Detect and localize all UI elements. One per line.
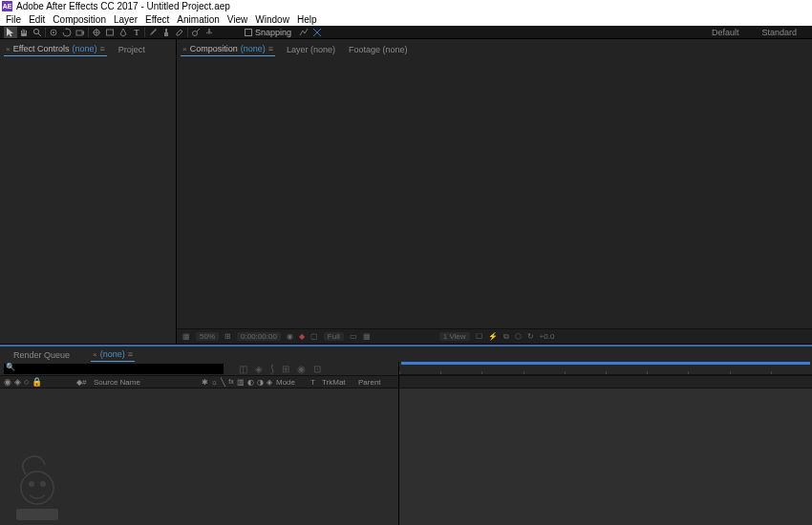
tab-label: Project [118,45,145,54]
hand-tool-icon[interactable] [17,27,31,38]
menu-help[interactable]: Help [297,14,317,25]
snapshot-icon[interactable]: ◉ [287,332,293,341]
close-icon[interactable]: × [93,350,97,359]
shy-switch-icon[interactable]: ✱ [202,378,208,387]
lock-column-icon[interactable]: 🔒 [32,377,42,387]
snapping-checkbox[interactable] [245,29,252,36]
svg-point-18 [21,472,53,504]
draft-3d-icon[interactable]: ◈ [255,364,263,374]
comp-flowchart-icon[interactable]: ⬡ [515,332,522,341]
close-icon[interactable]: × [6,45,11,53]
frame-blend-switch-icon[interactable]: ▥ [237,378,245,387]
frame-blend-icon[interactable]: ⊞ [282,364,289,374]
close-icon[interactable]: × [182,45,187,53]
t-column-header[interactable]: T [310,378,322,387]
resolution-dropdown[interactable]: Full [324,332,344,341]
mode-column-header[interactable]: Mode [276,378,310,387]
timecode-display[interactable]: 0:00:00:00 [237,332,281,341]
svg-rect-4 [76,31,82,35]
menu-window[interactable]: Window [255,14,289,25]
tab-footage[interactable]: Footage (none) [347,43,410,56]
index-column-header[interactable]: # [82,378,94,387]
graph-editor-icon[interactable]: ⊡ [313,364,321,374]
fx-switch-icon[interactable]: fx [228,378,233,387]
zoom-dropdown[interactable]: 50% [196,332,219,341]
grid-icon[interactable]: ▦ [363,332,371,341]
pixel-aspect-icon[interactable]: ☐ [476,332,482,341]
snap-option-icon[interactable] [297,27,310,38]
audio-column-icon[interactable]: ◈ [14,377,21,387]
timeline-graph-area[interactable] [399,388,812,525]
menu-layer[interactable]: Layer [114,14,138,25]
camera-tool-icon[interactable] [74,27,87,38]
panel-menu-icon[interactable]: ≡ [128,349,133,359]
motion-blur-icon[interactable]: ◉ [297,364,306,374]
motion-blur-switch-icon[interactable]: ◐ [247,378,254,387]
panel-menu-icon[interactable]: ≡ [268,44,273,53]
3d-switch-icon[interactable]: ◈ [267,378,272,387]
hide-shy-icon[interactable]: ⟆ [270,364,274,374]
fast-preview-icon[interactable]: ⚡ [488,332,498,341]
collapse-switch-icon[interactable]: ☼ [211,378,218,387]
channel-icon[interactable]: ◆ [299,332,305,341]
menu-edit[interactable]: Edit [29,14,45,25]
video-column-icon[interactable]: ◉ [4,377,11,387]
mask-icon[interactable]: ▢ [310,332,318,341]
window-titlebar: AE Adobe After Effects CC 2017 - Untitle… [0,0,812,12]
source-name-column-header[interactable]: Source Name [94,378,202,387]
exposure-value[interactable]: +0.0 [540,332,555,341]
quality-switch-icon[interactable]: ╲ [221,378,225,387]
svg-point-20 [40,481,46,487]
timeline-layer-list[interactable] [0,388,398,525]
brush-tool-icon[interactable] [146,27,160,38]
reset-exposure-icon[interactable]: ↻ [527,332,534,341]
tab-composition[interactable]: × Composition (none) ≡ [181,42,275,56]
timeline-comp-link[interactable]: (none) [100,349,125,359]
timeline-column-headers: ◉ ◈ ○ 🔒 ◆ # Source Name ✱ ☼ ╲ fx ▥ ◐ ◑ [0,375,398,388]
panel-menu-icon[interactable]: ≡ [100,44,105,53]
resolution-icon[interactable]: ⊞ [224,332,231,341]
puppet-tool-icon[interactable] [203,27,216,38]
roto-brush-tool-icon[interactable] [189,27,203,38]
tab-render-queue[interactable]: Render Queue [11,348,72,362]
rotate-tool-icon[interactable] [60,27,74,38]
timeline-search-input[interactable] [4,364,224,374]
composition-comp-link[interactable]: (none) [241,44,266,53]
tab-effect-controls[interactable]: × Effect Controls (none) ≡ [4,42,107,56]
menu-file[interactable]: File [6,14,21,25]
type-tool-icon[interactable]: T [130,27,143,38]
view-layout-dropdown[interactable]: 1 View [439,332,470,341]
pen-tool-icon[interactable] [117,27,130,38]
app-logo-icon: AE [2,1,12,11]
orbit-tool-icon[interactable] [47,27,60,38]
clone-stamp-tool-icon[interactable] [160,27,173,38]
svg-rect-21 [16,509,58,520]
workspace-default[interactable]: Default [700,28,751,37]
workspace-standard[interactable]: Standard [750,28,808,37]
menu-composition[interactable]: Composition [53,14,106,25]
roi-icon[interactable]: ▭ [350,332,357,341]
snap-option2-icon[interactable] [310,27,324,38]
zoom-tool-icon[interactable] [31,27,44,38]
composition-viewer[interactable] [177,56,812,328]
menu-animation[interactable]: Animation [177,14,219,25]
parent-column-header[interactable]: Parent [358,378,398,387]
solo-column-icon[interactable]: ○ [24,377,29,387]
effect-controls-comp-link[interactable]: (none) [73,44,97,53]
tab-project[interactable]: Project [117,43,147,56]
comp-mini-flowchart-icon[interactable]: ◫ [239,364,247,374]
tab-timeline-none[interactable]: × (none) ≡ [91,347,135,362]
toggle-alpha-icon[interactable]: ▦ [182,332,190,341]
tab-layer[interactable]: Layer (none) [285,43,337,56]
work-area-bar[interactable] [401,362,810,365]
adjustment-switch-icon[interactable]: ◑ [257,378,264,387]
trkmat-column-header[interactable]: TrkMat [322,378,358,387]
menu-effect[interactable]: Effect [145,14,169,25]
rectangle-tool-icon[interactable] [103,27,117,38]
menu-view[interactable]: View [227,14,248,25]
selection-tool-icon[interactable] [4,27,17,38]
timeline-icon[interactable]: ⧉ [503,332,509,342]
pan-behind-tool-icon[interactable] [90,27,103,38]
eraser-tool-icon[interactable] [173,27,186,38]
timeline-ruler[interactable] [399,362,812,375]
